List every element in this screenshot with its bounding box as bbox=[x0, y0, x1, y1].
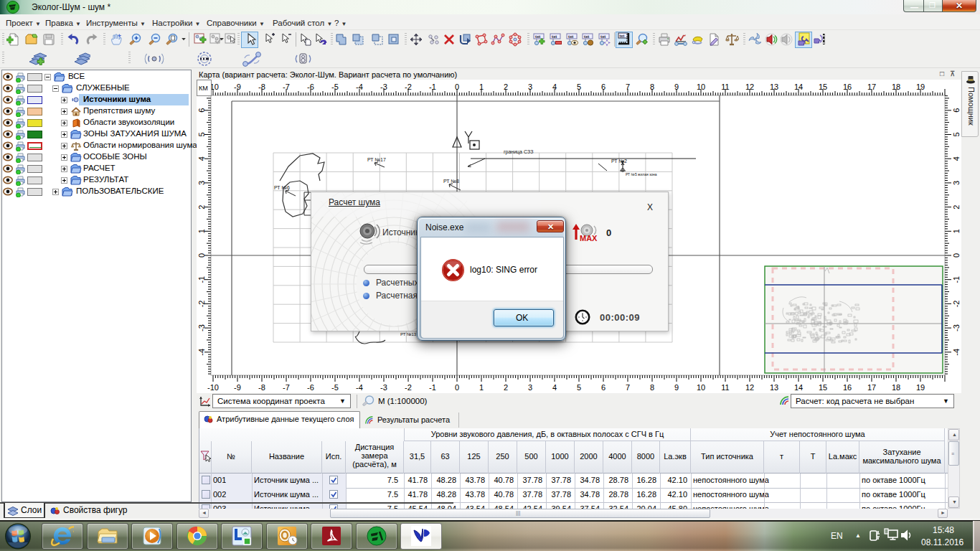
svg-text:-8: -8 bbox=[258, 383, 265, 392]
svg-text:-2: -2 bbox=[197, 301, 206, 308]
svg-text:12: 12 bbox=[745, 83, 754, 91]
svg-text:16: 16 bbox=[843, 83, 852, 91]
svg-text:12: 12 bbox=[745, 383, 754, 392]
svg-text:txt: txt bbox=[620, 34, 625, 38]
svg-text:-4: -4 bbox=[356, 383, 363, 392]
svg-text:граница СЗЗ: граница СЗЗ bbox=[504, 149, 533, 155]
svg-text:-2: -2 bbox=[952, 301, 961, 308]
svg-text:5: 5 bbox=[577, 83, 581, 91]
svg-text:MAX: MAX bbox=[580, 234, 598, 242]
svg-text:4: 4 bbox=[552, 383, 557, 392]
svg-text:5: 5 bbox=[197, 132, 206, 136]
svg-text:18: 18 bbox=[892, 83, 900, 91]
svg-text:0: 0 bbox=[952, 253, 961, 258]
svg-text:3: 3 bbox=[528, 83, 532, 91]
svg-text:2: 2 bbox=[504, 383, 508, 392]
svg-text:-3: -3 bbox=[197, 324, 206, 331]
svg-text:-4: -4 bbox=[356, 83, 363, 91]
svg-text:1: 1 bbox=[479, 383, 484, 392]
svg-text:txt: txt bbox=[584, 34, 589, 39]
svg-text:9: 9 bbox=[674, 83, 679, 91]
svg-text:РТ №8: РТ №8 bbox=[443, 179, 459, 184]
svg-text:8: 8 bbox=[650, 383, 654, 392]
svg-text:-1: -1 bbox=[429, 383, 436, 392]
svg-text:4: 4 bbox=[952, 156, 961, 161]
svg-text:txt: txt bbox=[568, 34, 573, 39]
svg-text:3: 3 bbox=[952, 181, 961, 185]
svg-text:-2: -2 bbox=[405, 383, 412, 392]
svg-text:txt: txt bbox=[535, 34, 540, 39]
svg-text:7: 7 bbox=[626, 383, 630, 392]
svg-text:РТ №6: РТ №6 bbox=[274, 185, 290, 190]
svg-text:РТ №17: РТ №17 bbox=[367, 157, 386, 162]
svg-text:-3: -3 bbox=[952, 324, 961, 331]
svg-text:6: 6 bbox=[601, 383, 606, 392]
svg-text:17: 17 bbox=[867, 83, 876, 91]
svg-text:11: 11 bbox=[721, 383, 729, 392]
svg-text:2: 2 bbox=[952, 205, 961, 209]
svg-text:1: 1 bbox=[197, 229, 206, 233]
svg-text:1: 1 bbox=[479, 83, 484, 91]
svg-text:-5: -5 bbox=[331, 83, 339, 91]
svg-text:7: 7 bbox=[626, 83, 630, 91]
svg-text:-1: -1 bbox=[952, 276, 961, 283]
svg-text:4: 4 bbox=[552, 83, 557, 91]
svg-text:КМ: КМ bbox=[199, 85, 208, 92]
svg-text:-2: -2 bbox=[405, 83, 412, 91]
svg-text:-3: -3 bbox=[380, 383, 387, 392]
svg-text:РТ №5 жилая зона: РТ №5 жилая зона bbox=[626, 172, 657, 176]
svg-text:13: 13 bbox=[770, 383, 778, 392]
svg-text:-6: -6 bbox=[307, 383, 314, 392]
svg-text:15: 15 bbox=[819, 83, 827, 91]
svg-text:16: 16 bbox=[843, 383, 852, 392]
svg-text:-7: -7 bbox=[283, 383, 290, 392]
svg-text:19: 19 bbox=[916, 83, 925, 91]
svg-text:-1: -1 bbox=[429, 83, 436, 91]
svg-text:-7: -7 bbox=[283, 83, 290, 91]
svg-text:1: 1 bbox=[952, 229, 961, 233]
svg-text:3: 3 bbox=[528, 383, 532, 392]
svg-text:-6: -6 bbox=[307, 83, 314, 91]
svg-text:-4: -4 bbox=[197, 349, 206, 356]
svg-text:-9: -9 bbox=[234, 383, 241, 392]
svg-text:19: 19 bbox=[916, 383, 925, 392]
svg-text:10: 10 bbox=[697, 383, 705, 392]
svg-text:-3: -3 bbox=[380, 83, 387, 91]
svg-text:18: 18 bbox=[892, 383, 900, 392]
svg-text:-8: -8 bbox=[258, 83, 265, 91]
svg-text:2: 2 bbox=[504, 83, 508, 91]
svg-text:2: 2 bbox=[197, 205, 206, 209]
svg-text:РТ №13: РТ №13 bbox=[400, 332, 417, 336]
svg-text:-5: -5 bbox=[331, 383, 339, 392]
svg-text:РТ №2: РТ №2 bbox=[611, 159, 627, 164]
svg-text:-4: -4 bbox=[952, 349, 961, 356]
svg-text:8: 8 bbox=[650, 83, 654, 91]
svg-text:0: 0 bbox=[455, 383, 459, 392]
svg-text:-9: -9 bbox=[234, 83, 241, 91]
svg-text:0: 0 bbox=[197, 253, 206, 258]
svg-text:15: 15 bbox=[819, 383, 827, 392]
svg-text:13: 13 bbox=[770, 83, 778, 91]
svg-text:-1: -1 bbox=[197, 276, 206, 283]
svg-text:3: 3 bbox=[197, 181, 206, 185]
svg-text:14: 14 bbox=[794, 383, 803, 392]
svg-text:4: 4 bbox=[197, 156, 206, 161]
svg-text:5: 5 bbox=[577, 383, 581, 392]
svg-text:14: 14 bbox=[794, 83, 803, 91]
svg-text:10: 10 bbox=[697, 83, 705, 91]
svg-text:11: 11 bbox=[721, 83, 729, 91]
svg-text:6: 6 bbox=[197, 108, 206, 113]
svg-text:6: 6 bbox=[952, 108, 961, 113]
svg-text:17: 17 bbox=[867, 383, 876, 392]
svg-text:txt: txt bbox=[600, 34, 606, 39]
svg-text:9: 9 bbox=[674, 383, 679, 392]
svg-text:0: 0 bbox=[455, 83, 459, 91]
svg-text:-10: -10 bbox=[207, 383, 219, 392]
svg-text:5: 5 bbox=[952, 132, 961, 136]
svg-text:txt: txt bbox=[552, 34, 557, 39]
svg-text:6: 6 bbox=[601, 83, 606, 91]
